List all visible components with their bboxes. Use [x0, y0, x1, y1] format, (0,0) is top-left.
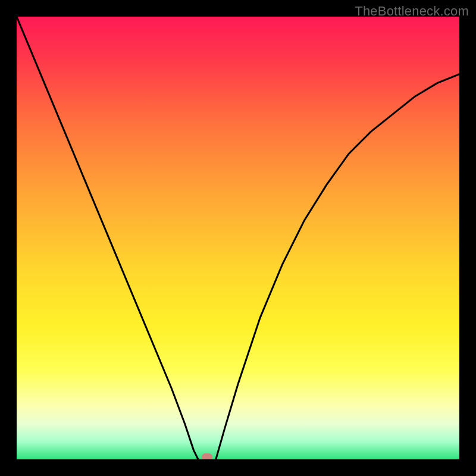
- watermark-text: TheBottleneck.com: [355, 4, 469, 19]
- minimum-marker: [202, 453, 212, 459]
- chart-frame: TheBottleneck.com: [0, 0, 476, 476]
- curve-left: [17, 17, 198, 459]
- curve-svg: [17, 17, 459, 459]
- curve-right: [216, 74, 459, 459]
- plot-area: [17, 17, 459, 459]
